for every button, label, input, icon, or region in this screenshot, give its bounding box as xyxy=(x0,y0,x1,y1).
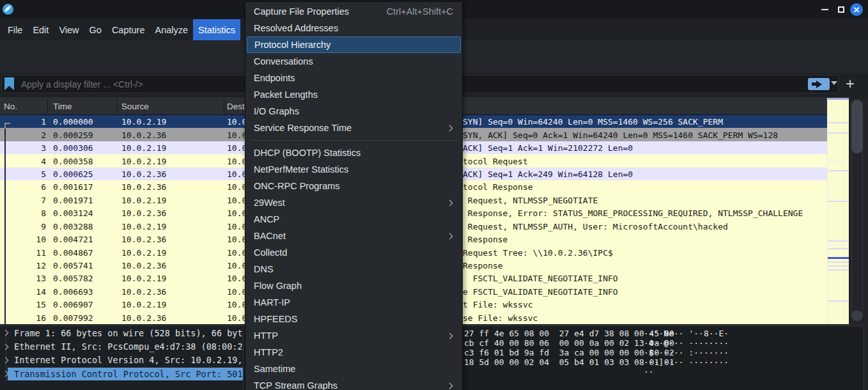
menu-item[interactable]: Resolved Addresses xyxy=(245,20,462,36)
menu-item[interactable]: BACnet xyxy=(245,228,462,244)
column-header-no[interactable]: No. xyxy=(4,97,17,115)
wireshark-window: ✕ File Edit View Go Capture Analyze Stat… xyxy=(0,0,868,390)
menu-item[interactable]: Service Response Time xyxy=(245,120,462,136)
menu-item[interactable]: Capture File Properties Ctrl+Alt+Shift+C xyxy=(245,3,462,20)
menu-item[interactable]: 29West xyxy=(245,194,462,211)
menu-item[interactable]: DNS xyxy=(245,261,462,277)
menu-item[interactable]: HTTP2 xyxy=(245,344,462,361)
menubar-item[interactable]: Capture xyxy=(107,19,150,40)
scrollbar-thumb[interactable] xyxy=(851,100,863,153)
packet-list-scrollbar[interactable] xyxy=(849,97,868,324)
menubar-item[interactable]: Edit xyxy=(27,19,54,40)
menu-separator xyxy=(250,140,458,141)
submenu-arrow-icon xyxy=(447,382,453,389)
menu-item[interactable]: Conversations xyxy=(245,53,462,70)
menu-item[interactable]: Protocol Hierarchy xyxy=(247,36,461,53)
menu-item[interactable]: HART-IP xyxy=(245,294,462,311)
menu-item[interactable]: I/O Graphs xyxy=(245,103,462,120)
menubar-item[interactable]: Analyze xyxy=(150,19,193,40)
menu-item[interactable]: HTTP xyxy=(245,327,462,344)
column-header-source[interactable]: Source xyxy=(121,97,149,115)
menu-item[interactable]: HPFEEDS xyxy=(245,311,462,327)
menu-item[interactable]: TCP Stream Graphs xyxy=(245,377,462,390)
expand-chevron-icon[interactable] xyxy=(3,357,9,364)
packet-minimap[interactable] xyxy=(827,98,849,324)
apply-filter-button[interactable] xyxy=(808,78,830,90)
menu-item[interactable]: Packet Lengths xyxy=(245,86,462,103)
menubar-item[interactable]: View xyxy=(54,19,84,40)
submenu-arrow-icon xyxy=(447,233,453,239)
menubar-item[interactable]: File xyxy=(3,19,27,40)
submenu-arrow-icon xyxy=(447,125,453,131)
menu-item[interactable]: ONC-RPC Programs xyxy=(245,178,462,194)
wireshark-logo-icon xyxy=(3,4,13,15)
menu-item[interactable]: DHCP (BOOTP) Statistics xyxy=(245,144,462,161)
expand-chevron-icon[interactable] xyxy=(3,330,9,336)
menu-item[interactable]: Flow Graph xyxy=(245,277,462,294)
filter-dropdown-chevron-icon[interactable] xyxy=(831,81,837,85)
expand-chevron-icon[interactable] xyxy=(3,343,9,350)
conversation-bracket xyxy=(4,123,6,129)
column-header-dest[interactable]: Dest xyxy=(227,97,245,115)
menu-item[interactable]: Endpoints xyxy=(245,70,462,86)
submenu-arrow-icon xyxy=(447,199,453,206)
submenu-arrow-icon xyxy=(447,332,453,339)
minimize-button[interactable] xyxy=(817,0,832,19)
menu-item[interactable]: Collectd xyxy=(245,244,462,261)
menu-item[interactable]: ANCP xyxy=(245,211,462,228)
menubar-item[interactable]: Go xyxy=(84,19,107,40)
menu-item[interactable]: Sametime xyxy=(245,361,462,377)
maximize-button[interactable] xyxy=(833,0,849,19)
menubar-item[interactable]: Statistics xyxy=(193,19,240,40)
menu-item[interactable]: NetPerfMeter Statistics xyxy=(245,161,462,178)
conversation-bracket xyxy=(4,129,6,324)
add-filter-button[interactable]: + xyxy=(841,74,860,94)
statistics-menu: Capture File Properties Ctrl+Alt+Shift+C… xyxy=(245,1,463,390)
column-header-time[interactable]: Time xyxy=(53,97,72,115)
close-button[interactable]: ✕ xyxy=(849,0,864,19)
